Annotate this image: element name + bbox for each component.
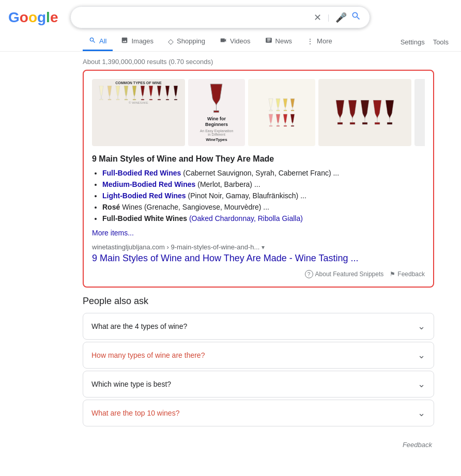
list-item: Light-Bodied Red Wines (Pinot Noir, Gama…: [102, 192, 425, 200]
tab-news-label: News: [275, 37, 293, 45]
settings-link[interactable]: Settings: [401, 38, 425, 46]
list-item: Full-Bodied Red Wines (Cabernet Sauvigno…: [102, 169, 425, 177]
chevron-down-icon-3: ⌄: [418, 378, 425, 390]
snippet-footer: ? About Featured Snippets ⚑ Feedback: [92, 270, 425, 278]
search-submit-icon[interactable]: [351, 11, 361, 24]
search-bar[interactable]: types of wine ✕ | 🎤: [70, 6, 370, 28]
snippet-list: Full-Bodied Red Wines (Cabernet Sauvigno…: [92, 169, 425, 223]
image-strip: COMMON TYPES OF WINE: [92, 79, 425, 146]
paa-item-4[interactable]: What are the top 10 wines? ⌄: [83, 400, 434, 426]
snippet-feedback-link[interactable]: ⚑ Feedback: [390, 271, 425, 278]
list-item: Full-Bodied White Wines (Oaked Chardonna…: [102, 214, 425, 223]
tab-all[interactable]: All: [83, 33, 113, 51]
tab-all-label: All: [99, 37, 106, 45]
snippet-image-5[interactable]: [414, 79, 425, 146]
about-snippets-link[interactable]: ? About Featured Snippets: [305, 270, 384, 278]
results-count: About 1,390,000,000 results (0.70 second…: [0, 52, 461, 70]
snippet-image-2[interactable]: Wine forBeginners An Easy Explanationin …: [188, 79, 245, 146]
url-dropdown-arrow[interactable]: ▾: [262, 244, 265, 251]
snippet-image-3[interactable]: [248, 79, 315, 146]
paa-title: People also ask: [83, 296, 434, 307]
news-tab-icon: [265, 37, 272, 45]
snippet-image-4[interactable]: [318, 79, 411, 146]
paa-item-2[interactable]: How many types of wine are there? ⌄: [83, 342, 434, 369]
paa-question-4: What are the top 10 wines?: [91, 409, 179, 417]
nav-tabs: All Images ◇ Shopping Videos News ⋮ More…: [0, 28, 461, 52]
search-input[interactable]: types of wine: [79, 13, 309, 22]
search-tab-icon: [89, 37, 96, 45]
featured-snippet: COMMON TYPES OF WINE: [83, 70, 434, 288]
more-tab-icon: ⋮: [306, 37, 314, 45]
main-content: COMMON TYPES OF WINE: [0, 70, 444, 426]
mic-icon[interactable]: 🎤: [335, 12, 347, 23]
paa-question-3: Which wine type is best?: [91, 380, 171, 388]
bottom-feedback-link: Feedback: [403, 441, 432, 449]
chevron-down-icon-1: ⌄: [418, 321, 425, 332]
google-logo: Google: [8, 9, 58, 26]
bottom-feedback: Feedback: [0, 437, 444, 453]
tab-images[interactable]: Images: [115, 33, 160, 51]
chevron-down-icon-4: ⌄: [418, 407, 425, 419]
tab-more-label: More: [317, 37, 332, 45]
tab-news[interactable]: News: [259, 33, 299, 51]
clear-icon[interactable]: ✕: [314, 12, 321, 23]
list-item: Medium-Bodied Red Wines (Merlot, Barbera…: [102, 180, 425, 188]
paa-question-1: What are the 4 types of wine?: [91, 322, 187, 330]
tab-shopping-label: Shopping: [177, 37, 205, 45]
source-url: winetastingljubljana.com › 9-main-styles…: [92, 243, 425, 251]
paa-item-1[interactable]: What are the 4 types of wine? ⌄: [83, 313, 434, 340]
shopping-tab-icon: ◇: [168, 37, 174, 45]
question-circle-icon: ?: [305, 270, 313, 278]
videos-tab-icon: [220, 37, 227, 45]
paa-question-2: How many types of wine are there?: [91, 351, 205, 359]
tab-videos-label: Videos: [230, 37, 251, 45]
snippet-image-1[interactable]: COMMON TYPES OF WINE: [92, 79, 185, 146]
paa-item-3[interactable]: Which wine type is best? ⌄: [83, 371, 434, 398]
people-also-ask-section: People also ask What are the 4 types of …: [83, 296, 434, 426]
list-item: Rosé Wines (Grenache, Sangiovese, Mourvè…: [102, 203, 425, 211]
nav-settings: Settings Tools: [401, 38, 461, 46]
tools-link[interactable]: Tools: [433, 38, 449, 46]
header: Google types of wine ✕ | 🎤: [0, 0, 461, 28]
images-tab-icon: [121, 37, 128, 45]
flag-icon: ⚑: [390, 271, 395, 278]
tab-shopping[interactable]: ◇ Shopping: [162, 33, 211, 51]
snippet-title: 9 Main Styles of Wine and How They Are M…: [92, 154, 425, 164]
result-title-link[interactable]: 9 Main Styles of Wine and How They Are M…: [92, 253, 359, 263]
tab-more[interactable]: ⋮ More: [300, 33, 339, 51]
tab-images-label: Images: [131, 37, 153, 45]
tab-videos[interactable]: Videos: [213, 33, 257, 51]
chevron-down-icon-2: ⌄: [418, 350, 425, 361]
more-items-link[interactable]: More items...: [92, 229, 425, 237]
